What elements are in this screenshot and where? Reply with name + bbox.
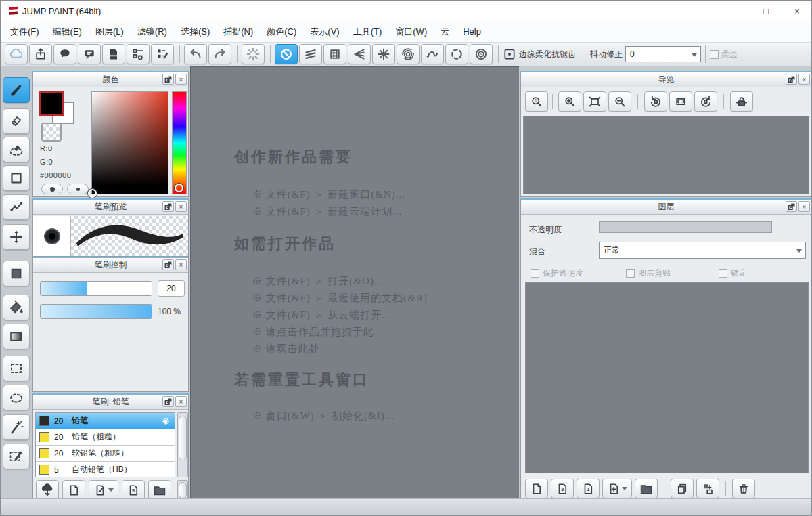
close-icon[interactable]: ×: [798, 201, 810, 212]
fit-screen-button[interactable]: [583, 91, 606, 112]
hue-handle[interactable]: [175, 184, 183, 192]
rotate-cw-button[interactable]: [694, 91, 717, 112]
add-folder-button[interactable]: [635, 479, 658, 498]
transparent-color-button[interactable]: [41, 123, 62, 142]
bucket-tool-button[interactable]: [3, 295, 30, 320]
menu-window[interactable]: 窗口(W): [388, 21, 434, 43]
brush-list-scrollbar[interactable]: [177, 412, 188, 477]
popout-icon[interactable]: [786, 74, 797, 85]
lasso-select-tool-button[interactable]: [3, 385, 30, 410]
rect-select-tool-button[interactable]: [3, 356, 30, 381]
scrollbar-thumb[interactable]: [179, 482, 187, 498]
delete-layer-button[interactable]: [732, 479, 755, 498]
brush-script-button[interactable]: S: [122, 480, 145, 500]
eraser-tool-button[interactable]: [3, 108, 30, 134]
jitter-correction-dropdown[interactable]: 0: [625, 46, 701, 62]
fill-rectangle-tool-button[interactable]: [3, 261, 30, 286]
snap-vanishing-button[interactable]: [348, 44, 371, 64]
snap-off-button[interactable]: [275, 44, 298, 64]
foreground-color-swatch[interactable]: [39, 91, 64, 116]
brush-edit-dropdown-button[interactable]: [89, 480, 118, 500]
snap-rings-button[interactable]: [470, 44, 493, 64]
gear-icon[interactable]: [161, 416, 171, 426]
popout-icon[interactable]: [162, 74, 174, 85]
popout-icon[interactable]: [786, 201, 797, 212]
list-button[interactable]: [127, 44, 150, 64]
move-tool-button[interactable]: [3, 224, 30, 250]
duplicate-layer-button[interactable]: [671, 479, 694, 498]
navigator-preview[interactable]: [523, 116, 809, 194]
cloud-button[interactable]: [5, 44, 28, 64]
color-mode-button-2[interactable]: [67, 184, 89, 194]
add-1bit-layer-button[interactable]: 1: [577, 479, 600, 498]
menu-edit[interactable]: 编辑(E): [46, 21, 89, 43]
color-mode-button-1[interactable]: [41, 184, 63, 194]
add-8bit-layer-button[interactable]: 8: [551, 479, 574, 498]
select-pen-tool-button[interactable]: [3, 444, 30, 469]
popout-icon[interactable]: [162, 259, 174, 270]
material-burst-button[interactable]: [242, 44, 265, 64]
menu-cloud[interactable]: 云: [434, 21, 456, 43]
snap-radial-button[interactable]: [372, 44, 395, 64]
brush-new-button[interactable]: [62, 480, 85, 500]
brush-tool-button[interactable]: [3, 77, 30, 103]
brush-size-value[interactable]: 20: [158, 280, 185, 297]
menu-filter[interactable]: 滤镜(R): [131, 21, 174, 43]
minimize-button[interactable]: –: [719, 1, 750, 21]
zoom-in-button[interactable]: [558, 91, 581, 112]
protect-alpha-checkbox[interactable]: [531, 269, 539, 278]
select-eraser-tool-button[interactable]: [3, 137, 30, 163]
brush-row-pencil-rough[interactable]: 20 铅笔（粗糙）: [36, 429, 175, 446]
edit-list-button[interactable]: [151, 44, 174, 64]
menu-color[interactable]: 颜色(C): [260, 21, 303, 43]
close-icon[interactable]: ×: [175, 259, 187, 270]
add-layer-dropdown-button[interactable]: [602, 479, 632, 498]
menu-view[interactable]: 表示(V): [303, 21, 346, 43]
menu-help[interactable]: Help: [456, 21, 488, 43]
close-icon[interactable]: ×: [175, 74, 187, 85]
magic-wand-tool-button[interactable]: [3, 414, 30, 440]
maximize-button[interactable]: □: [750, 1, 782, 21]
gradient-tool-button[interactable]: [3, 324, 30, 349]
scrollbar-thumb[interactable]: [179, 416, 187, 460]
merge-layer-button[interactable]: [696, 479, 719, 498]
menu-layer[interactable]: 图层(L): [89, 21, 131, 43]
document-button[interactable]: [102, 44, 125, 64]
snap-ellipse-button[interactable]: [445, 44, 468, 64]
popout-icon[interactable]: [162, 201, 174, 212]
flip-lock-button[interactable]: [730, 91, 753, 112]
clipping-checkbox[interactable]: [626, 269, 635, 278]
lock-checkbox[interactable]: [719, 269, 727, 278]
close-button[interactable]: ×: [782, 1, 812, 21]
snap-concentric-button[interactable]: [397, 44, 420, 64]
sv-handle[interactable]: [88, 189, 97, 198]
snap-parallel-button[interactable]: [299, 44, 322, 64]
close-icon[interactable]: ×: [175, 201, 187, 212]
brush-cloud-download-button[interactable]: [36, 480, 59, 500]
add-layer-button[interactable]: [525, 479, 548, 498]
zoom-100-button[interactable]: 1: [525, 91, 548, 112]
comment-button[interactable]: [53, 44, 76, 64]
redo-button[interactable]: [208, 44, 231, 64]
edge-aa-toggle-icon[interactable]: [503, 47, 516, 61]
menu-tool[interactable]: 工具(T): [346, 21, 389, 43]
brush-folder-button[interactable]: [148, 480, 171, 500]
blend-mode-dropdown[interactable]: 正常: [599, 242, 806, 259]
rectangle-tool-button[interactable]: [3, 165, 30, 191]
saturation-value-picker[interactable]: [91, 91, 168, 194]
close-icon[interactable]: ×: [175, 396, 187, 407]
share-button[interactable]: [29, 44, 52, 64]
rotate-ccw-button[interactable]: [644, 91, 667, 112]
brush-row-mechanical-pencil[interactable]: 5 自动铅笔（HB）: [36, 462, 175, 477]
canvas-area[interactable]: 创作新作品需要 ※ 文件(&F) ＞ 新建窗口(&N)... ※ 文件(&F) …: [190, 66, 519, 498]
brush-size-slider[interactable]: [40, 281, 152, 296]
brush-row-pencil[interactable]: 20 铅笔: [36, 413, 175, 429]
rotate-reset-button[interactable]: [669, 91, 692, 112]
hue-slider[interactable]: [172, 91, 187, 194]
popout-icon[interactable]: [162, 396, 174, 407]
soft-edge-checkbox[interactable]: [710, 50, 719, 59]
brush-row-soft-pencil[interactable]: 20 软铅笔（粗糙）: [36, 446, 175, 462]
snap-curve-button[interactable]: [421, 44, 444, 64]
snap-grid-button[interactable]: [323, 44, 346, 64]
menu-snap[interactable]: 捕捉(N): [217, 21, 260, 43]
